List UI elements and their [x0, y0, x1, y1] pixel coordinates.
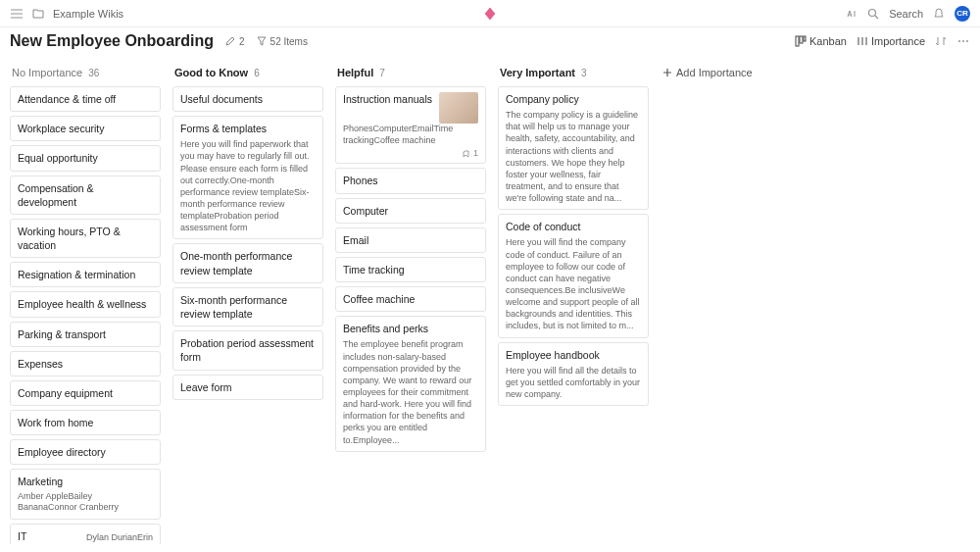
card-title: Resignation & termination: [18, 268, 153, 281]
card[interactable]: Useful documents: [172, 86, 323, 112]
notifications-icon[interactable]: [933, 8, 945, 20]
page-title: New Employee Onboarding: [10, 32, 214, 50]
card[interactable]: Probation period assessment form: [172, 330, 323, 370]
card-body: Here you will find all the details to ge…: [506, 365, 641, 400]
card[interactable]: MarketingAmber AppleBailey BananaConnor …: [10, 469, 161, 520]
card-title: One-month performance review template: [180, 249, 316, 276]
avatar[interactable]: CR: [955, 6, 970, 22]
card-thumbnail: [439, 92, 478, 124]
card[interactable]: Six-month performance review template: [172, 287, 323, 326]
card[interactable]: Resignation & termination: [10, 262, 161, 287]
column-count: 6: [254, 68, 260, 78]
card[interactable]: Compensation & development: [10, 176, 161, 215]
card[interactable]: Parking & transport: [10, 322, 161, 347]
card[interactable]: One-month performance review template: [172, 243, 323, 282]
card[interactable]: Benefits and perksThe employee benefit p…: [335, 316, 486, 451]
card[interactable]: Expenses: [10, 351, 161, 376]
card-title: Coffee machine: [343, 292, 478, 306]
editors-icon: [225, 36, 235, 46]
sort-icon[interactable]: [935, 35, 947, 47]
card-title: Company policy: [506, 92, 641, 106]
add-importance-button[interactable]: Add Importance: [661, 63, 778, 82]
card-subtitle: Dylan DurianErin ElderberryFranklin Fig: [32, 532, 153, 544]
card-title: Forms & templates: [180, 122, 316, 135]
column-header[interactable]: Very Important3: [498, 63, 651, 86]
card-title: IT: [18, 529, 26, 543]
card-title: Workplace security: [18, 122, 153, 135]
svg-rect-3: [804, 36, 806, 41]
column-count: 7: [379, 68, 385, 78]
column-name: Good to Know: [174, 67, 248, 78]
add-importance-label: Add Importance: [676, 67, 753, 78]
card-title: Benefits and perks: [343, 322, 478, 335]
column-good-to-know: Good to Know6Useful documentsForms & tem…: [172, 63, 325, 544]
card-title: Work from home: [18, 416, 153, 429]
column-body: Useful documentsForms & templatesHere yo…: [172, 86, 325, 544]
svg-rect-2: [800, 36, 803, 43]
card[interactable]: Forms & templatesHere you will find pape…: [172, 116, 323, 239]
svg-point-4: [958, 40, 960, 42]
card[interactable]: Company policyThe company policy is a gu…: [498, 86, 649, 210]
search-label[interactable]: Search: [889, 8, 923, 20]
ai-icon[interactable]: [844, 7, 858, 21]
column-no-importance: No Importance36Attendance & time offWork…: [10, 63, 163, 544]
card-title: Six-month performance review template: [180, 293, 316, 321]
card-title: Parking & transport: [18, 327, 153, 341]
card-title: Leave form: [180, 380, 316, 394]
card[interactable]: ITDylan DurianErin ElderberryFranklin Fi…: [10, 524, 161, 544]
column-header[interactable]: No Importance36: [10, 63, 163, 86]
card[interactable]: Time tracking: [335, 257, 486, 282]
card-footer: 1: [343, 148, 478, 158]
card[interactable]: Instruction manualsPhonesComputerEmailTi…: [335, 86, 486, 164]
card[interactable]: Phones: [335, 168, 486, 193]
card-title: Working hours, PTO & vacation: [18, 225, 153, 252]
card-title: Company equipment: [18, 386, 153, 400]
card[interactable]: Attendance & time off: [10, 86, 161, 112]
card[interactable]: Code of conductHere you will find the co…: [498, 214, 649, 337]
card-title: Phones: [343, 174, 478, 187]
svg-point-0: [869, 9, 876, 16]
card-body: Here you will find paperwork that you ma…: [180, 138, 316, 233]
more-icon[interactable]: [956, 35, 970, 47]
card-title: Employee health & wellness: [18, 297, 153, 311]
kanban-icon: [795, 35, 807, 47]
column-name: Helpful: [337, 67, 373, 78]
card-subtitle: Amber AppleBailey BananaConnor Cranberry: [18, 491, 153, 514]
items-count: 52 Items: [270, 36, 308, 47]
card[interactable]: Employee health & wellness: [10, 291, 161, 317]
card[interactable]: Employee handbookHere you will find all …: [498, 342, 649, 407]
hamburger-menu-icon[interactable]: [10, 7, 24, 21]
column-count: 3: [581, 68, 587, 78]
card[interactable]: Employee directory: [10, 439, 161, 465]
column-header[interactable]: Helpful7: [335, 63, 488, 86]
breadcrumb[interactable]: Example Wikis: [53, 8, 123, 20]
card[interactable]: Leave form: [172, 375, 323, 400]
card[interactable]: Working hours, PTO & vacation: [10, 219, 161, 258]
kanban-view-button[interactable]: Kanban: [795, 35, 847, 47]
importance-view-button[interactable]: Importance: [857, 35, 925, 47]
folder-icon: [31, 7, 45, 21]
card[interactable]: Email: [335, 227, 486, 253]
card[interactable]: Work from home: [10, 410, 161, 435]
card[interactable]: Equal opportunity: [10, 145, 161, 171]
card-title: Useful documents: [180, 92, 316, 106]
column-name: Very Important: [500, 67, 575, 78]
card[interactable]: Company equipment: [10, 380, 161, 406]
svg-rect-1: [796, 36, 799, 46]
filter-icon[interactable]: [257, 36, 267, 46]
card[interactable]: Coffee machine: [335, 286, 486, 312]
card-title: Employee directory: [18, 445, 153, 459]
card-body: Here you will find the company code of c…: [506, 236, 641, 331]
column-header[interactable]: Good to Know6: [172, 63, 325, 86]
card-body: The employee benefit program includes no…: [343, 338, 478, 445]
card[interactable]: Computer: [335, 198, 486, 224]
card[interactable]: Workplace security: [10, 116, 161, 141]
importance-icon: [857, 35, 868, 47]
app-logo-icon: [483, 7, 497, 21]
card-title: Attendance & time off: [18, 92, 153, 106]
column-name: No Importance: [12, 67, 82, 78]
card-title: Compensation & development: [18, 181, 153, 209]
svg-point-5: [962, 40, 964, 42]
search-icon[interactable]: [867, 8, 879, 20]
card-title: Equal opportunity: [18, 151, 153, 165]
